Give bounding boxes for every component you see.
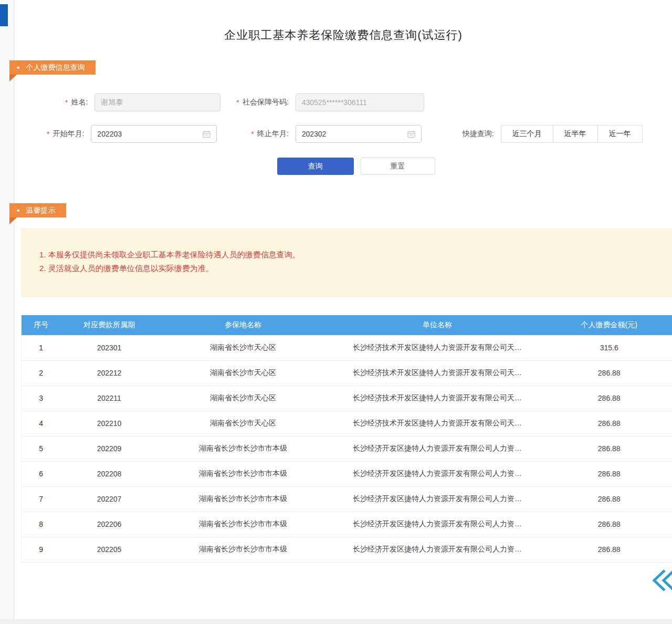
table-cell: 湖南省长沙市长沙市市本级 (158, 512, 329, 537)
quick-option-3-months[interactable]: 近三个月 (501, 125, 553, 143)
required-marker: * (251, 130, 254, 138)
results-table: 序号对应费款所属期参保地名称单位名称个人缴费金额(元) 1202301湖南省长沙… (21, 315, 672, 563)
page-title: 企业职工基本养老保险缴费信息查询(试运行) (15, 0, 672, 43)
table-body: 1202301湖南省长沙市天心区长沙经济技术开发区捷特人力资源开发有限公司天…3… (22, 335, 672, 562)
reset-button[interactable]: 重置 (361, 158, 435, 175)
table-cell: 286.88 (547, 461, 672, 486)
table-cell: 202208 (61, 461, 158, 486)
table-cell: 湖南省长沙市天心区 (158, 386, 329, 411)
table-row: 2202212湖南省长沙市天心区长沙经济技术开发区捷特人力资源开发有限公司天…2… (22, 360, 672, 386)
table-cell: 286.88 (547, 537, 672, 562)
table-cell: 2 (22, 360, 61, 386)
quick-option-one-year[interactable]: 近一年 (597, 125, 643, 143)
required-marker: * (236, 98, 239, 107)
bottom-strip (0, 619, 672, 624)
table-row: 9202205湖南省长沙市长沙市市本级长沙经济开发区捷特人力资源开发有限公司人力… (22, 537, 672, 562)
end-month-field[interactable]: 202302 (296, 125, 422, 143)
table-cell: 286.88 (547, 512, 672, 537)
table-cell: 长沙经济技术开发区捷特人力资源开发有限公司天… (329, 335, 547, 360)
table-cell: 286.88 (547, 436, 672, 461)
table-cell: 4 (22, 411, 61, 436)
table-cell: 8 (22, 512, 61, 537)
start-month-label: 开始年月: (52, 129, 84, 139)
calendar-icon[interactable] (203, 130, 211, 138)
query-button[interactable]: 查询 (277, 158, 354, 175)
section-badge-tips: • 温馨提示 (9, 203, 66, 217)
table-cell: 202210 (61, 411, 158, 436)
column-header: 参保地名称 (158, 315, 329, 335)
table-cell: 湖南省长沙市天心区 (158, 335, 329, 360)
table-cell: 长沙经济开发区捷特人力资源开发有限公司人力资… (329, 512, 547, 537)
table-cell: 长沙经济开发区捷特人力资源开发有限公司人力资… (329, 461, 547, 486)
table-cell: 286.88 (547, 411, 672, 436)
badge-bullet: • (17, 206, 20, 215)
table-cell: 286.88 (547, 486, 672, 512)
tips-notice-box: 1. 本服务仅提供尚未领取企业职工基本养老保险待遇人员的缴费信息查询。 2. 灵… (21, 228, 672, 297)
table-cell: 202212 (61, 360, 158, 386)
end-month-value: 202302 (302, 130, 327, 138)
double-chevron-left-icon[interactable] (652, 568, 672, 592)
tips-line-1: 1. 本服务仅提供尚未领取企业职工基本养老保险待遇人员的缴费信息查询。 (39, 248, 662, 262)
section-badge-personal-query: • 个人缴费信息查询 (9, 60, 96, 75)
quick-option-half-year[interactable]: 近半年 (553, 125, 598, 143)
column-header: 个人缴费金额(元) (547, 315, 672, 335)
table-cell: 202207 (61, 486, 158, 512)
table-row: 6202208湖南省长沙市长沙市市本级长沙经济开发区捷特人力资源开发有限公司人力… (22, 461, 672, 486)
table-cell: 202206 (61, 512, 158, 537)
column-header: 序号 (22, 315, 61, 335)
start-month-field[interactable]: 202203 (91, 125, 217, 143)
table-cell: 9 (22, 537, 61, 562)
table-cell: 7 (22, 486, 61, 512)
column-header: 单位名称 (329, 315, 547, 335)
badge-bullet: • (17, 64, 20, 72)
query-form: * 姓名: 谢旭泰 * 社会保障号码: 430525******306111 *… (15, 93, 672, 175)
required-marker: * (47, 130, 49, 138)
table-cell: 长沙经济开发区捷特人力资源开发有限公司人力资… (329, 537, 547, 562)
table-row: 4202210湖南省长沙市天心区长沙经济技术开发区捷特人力资源开发有限公司天…2… (22, 411, 672, 436)
section-badge-label: 温馨提示 (26, 206, 56, 215)
sidebar-blue-tab[interactable] (0, 4, 8, 26)
table-cell: 湖南省长沙市天心区 (158, 360, 329, 386)
table-cell: 1 (22, 335, 61, 360)
table-cell: 202301 (61, 335, 158, 360)
table-cell: 5 (22, 436, 61, 461)
table-cell: 湖南省长沙市长沙市市本级 (158, 486, 329, 512)
name-field[interactable]: 谢旭泰 (94, 93, 220, 111)
table-cell: 湖南省长沙市长沙市市本级 (158, 436, 329, 461)
table-cell: 286.88 (547, 386, 672, 411)
table-cell: 6 (22, 461, 61, 486)
table-row: 7202207湖南省长沙市长沙市市本级长沙经济开发区捷特人力资源开发有限公司人力… (22, 486, 672, 512)
table-row: 3202211湖南省长沙市天心区长沙经济技术开发区捷特人力资源开发有限公司天…2… (22, 386, 672, 411)
end-month-label: 终止年月: (257, 129, 289, 139)
table-cell: 3 (22, 386, 61, 411)
table-cell: 长沙经济技术开发区捷特人力资源开发有限公司天… (329, 411, 547, 436)
ssn-value: 430525******306111 (302, 98, 367, 107)
table-header-row: 序号对应费款所属期参保地名称单位名称个人缴费金额(元) (22, 315, 672, 335)
table-cell: 202209 (61, 436, 158, 461)
table-row: 1202301湖南省长沙市天心区长沙经济技术开发区捷特人力资源开发有限公司天…3… (22, 335, 672, 360)
table-row: 5202209湖南省长沙市长沙市市本级长沙经济开发区捷特人力资源开发有限公司人力… (22, 436, 672, 461)
left-sidebar-strip (0, 0, 14, 624)
table-cell: 湖南省长沙市长沙市市本级 (158, 461, 329, 486)
page: 企业职工基本养老保险缴费信息查询(试运行) • 个人缴费信息查询 * 姓名: 谢… (0, 0, 672, 624)
table-cell: 长沙经济开发区捷特人力资源开发有限公司人力资… (329, 486, 547, 512)
column-header: 对应费款所属期 (61, 315, 158, 335)
table-cell: 315.6 (547, 335, 672, 360)
name-value: 谢旭泰 (101, 98, 123, 107)
calendar-icon[interactable] (407, 130, 415, 138)
table-cell: 202205 (61, 537, 158, 562)
name-label: 姓名: (71, 98, 88, 107)
table-cell: 286.88 (547, 360, 672, 386)
section-badge-label: 个人缴费信息查询 (26, 63, 85, 72)
quick-query-group: 近三个月 近半年 近一年 (501, 125, 643, 143)
tips-line-2: 2. 灵活就业人员的缴费单位信息以实际缴费为准。 (39, 262, 662, 275)
table-cell: 湖南省长沙市天心区 (158, 411, 329, 436)
table-row: 8202206湖南省长沙市长沙市市本级长沙经济开发区捷特人力资源开发有限公司人力… (22, 512, 672, 537)
main-content: 企业职工基本养老保险缴费信息查询(试运行) • 个人缴费信息查询 * 姓名: 谢… (15, 0, 672, 624)
table-cell: 长沙经济技术开发区捷特人力资源开发有限公司天… (329, 386, 547, 411)
ssn-field[interactable]: 430525******306111 (296, 93, 424, 111)
start-month-value: 202203 (97, 130, 122, 138)
table-cell: 长沙经济技术开发区捷特人力资源开发有限公司天… (329, 360, 547, 386)
results-table-wrap: 序号对应费款所属期参保地名称单位名称个人缴费金额(元) 1202301湖南省长沙… (21, 315, 672, 563)
ssn-label: 社会保障号码: (243, 98, 289, 107)
